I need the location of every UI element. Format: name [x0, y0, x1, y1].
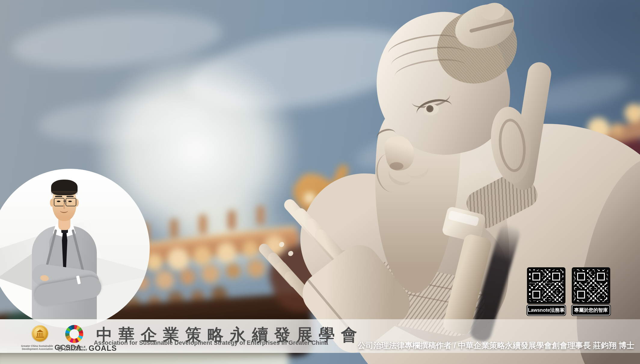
qr-finder [531, 289, 542, 300]
glasses [66, 198, 76, 206]
eyebrow [66, 196, 74, 197]
medallion-roof [36, 329, 44, 332]
gcsda-org-name: Greater China Sustainable Development As… [21, 344, 53, 350]
qr-unit-lawsnote: Lawsnote法務掌 [527, 267, 565, 315]
bottom-band: Greater China Sustainable Development As… [0, 319, 640, 353]
qr-label: 專屬於您的智庫 [572, 305, 610, 315]
eye [57, 201, 60, 202]
qr-finder [575, 271, 587, 282]
medallion-columns [37, 333, 43, 336]
qr-finder [575, 289, 587, 300]
glasses-bridge [63, 201, 66, 202]
glasses [54, 198, 65, 206]
qr-label: Lawsnote法務掌 [527, 305, 565, 315]
ear [50, 199, 54, 207]
qr-unit-thinktank: 專屬於您的智庫 [572, 267, 610, 315]
gcsda-medallion-icon [32, 325, 48, 341]
statue-iris [426, 105, 433, 112]
qr-finder [550, 271, 562, 282]
author-credit-line: 公司治理法律專欄撰稿作者 / 中華企業策略永續發展學會創會理事長 莊鈞翔 博士 [358, 340, 634, 351]
qr-finder [531, 271, 542, 282]
un-emblem-icon [57, 345, 63, 351]
sdg-word-development: DEVELOPMENT [64, 348, 87, 351]
fingernail [278, 241, 285, 248]
sdg-wheel-icon [65, 325, 83, 343]
medallion-base [36, 337, 44, 338]
fingernail [287, 250, 294, 257]
qr-code-icon [572, 267, 610, 304]
sdg-word-sustainable: SUSTAINABLE [64, 345, 87, 348]
hair-fade [51, 191, 78, 195]
eyebrow [55, 196, 62, 197]
smile [60, 208, 68, 213]
banner: Lawsnote法務掌 專屬於您的智庫 Greater China Sustai… [0, 0, 640, 364]
qr-code-icon [527, 267, 565, 304]
qr-finder [595, 271, 607, 282]
organization-name-en: Association for Sustainable Development … [94, 339, 328, 346]
gcsda-org-line1: Greater China Sustainable [21, 344, 53, 347]
sdg-words: SUSTAINABLE DEVELOPMENT [64, 345, 87, 351]
eye [68, 201, 72, 202]
gcsda-org-line2: Development Association [21, 347, 53, 350]
